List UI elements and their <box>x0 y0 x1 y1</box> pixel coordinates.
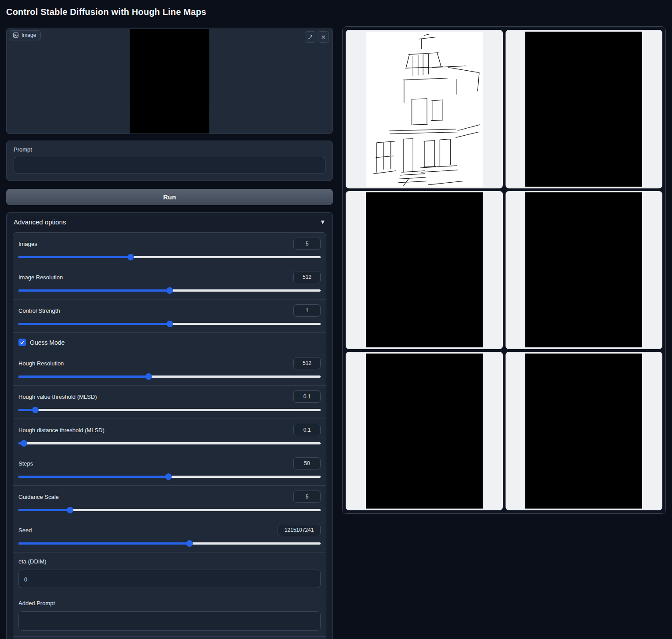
gallery-item-hough-map[interactable] <box>346 30 503 188</box>
slider-seed-label: Seed <box>18 527 32 534</box>
gallery-item-brick-house[interactable] <box>506 352 663 510</box>
image-tab[interactable]: Image <box>9 30 41 40</box>
slider-hough-distance-threshold-track[interactable] <box>18 442 321 444</box>
white-house-image <box>366 192 483 347</box>
gallery-item-teal-house[interactable] <box>506 30 663 188</box>
gallery-item-gold-house[interactable] <box>346 352 503 510</box>
page-title: Control Stable Diffusion with Hough Line… <box>6 7 206 17</box>
check-icon <box>20 340 25 345</box>
slider-images-label: Images <box>18 241 37 247</box>
slider-handle[interactable] <box>67 507 73 513</box>
advanced-options-title: Advanced options <box>14 218 66 226</box>
advanced-options-form: Images Image Resolution Control Strength <box>13 232 326 639</box>
gallery-item-white-house[interactable] <box>346 191 503 350</box>
slider-seed: Seed <box>13 519 326 552</box>
slider-control-strength-label: Control Strength <box>18 307 60 314</box>
yellow-house-image <box>525 192 642 347</box>
close-icon <box>321 35 326 40</box>
slider-control-strength-value[interactable] <box>293 304 321 317</box>
slider-steps-value[interactable] <box>293 457 321 469</box>
slider-guidance-scale-track[interactable] <box>18 509 321 511</box>
slider-images: Images <box>13 233 326 266</box>
image-tab-label: Image <box>22 32 36 38</box>
added-prompt-label: Added Prompt <box>18 600 55 607</box>
slider-guidance-scale-value[interactable] <box>293 491 321 503</box>
slider-control-strength: Control Strength <box>13 299 326 332</box>
prompt-panel: Prompt <box>6 141 333 181</box>
eta-input[interactable] <box>18 570 321 588</box>
slider-image-resolution-value[interactable] <box>293 271 321 283</box>
slider-hough-resolution-label: Hough Resolution <box>18 360 64 367</box>
input-image-panel[interactable]: Image <box>6 28 333 134</box>
slider-hough-value-threshold-track[interactable] <box>18 409 321 411</box>
prompt-label: Prompt <box>14 146 325 153</box>
negative-prompt-row: Negative Prompt <box>13 636 326 639</box>
slider-seed-track[interactable] <box>18 542 321 545</box>
added-prompt-row: Added Prompt <box>13 594 326 636</box>
brick-house-image <box>525 354 642 509</box>
slider-hough-value-threshold-label: Hough value threshold (MLSD) <box>18 394 97 400</box>
gold-house-image <box>366 354 483 509</box>
slider-hough-value-threshold-value[interactable] <box>293 390 321 403</box>
edit-image-button[interactable] <box>305 31 316 43</box>
slider-seed-value[interactable] <box>278 524 321 536</box>
slider-image-resolution-track[interactable] <box>18 289 321 292</box>
slider-steps-label: Steps <box>18 460 33 467</box>
slider-handle[interactable] <box>21 440 27 447</box>
chevron-down-icon: ▼ <box>320 219 325 225</box>
slider-handle[interactable] <box>165 473 172 480</box>
prompt-input[interactable] <box>14 157 325 173</box>
guess-mode-row: Guess Mode <box>13 332 326 352</box>
slider-hough-distance-threshold-label: Hough distance threshold (MLSD) <box>18 427 105 433</box>
guess-mode-label: Guess Mode <box>30 339 65 346</box>
slider-handle[interactable] <box>127 254 134 260</box>
slider-hough-resolution-track[interactable] <box>18 375 321 378</box>
advanced-options-panel: Advanced options ▼ Images Image Resoluti… <box>6 212 333 639</box>
slider-guidance-scale-label: Guidance Scale <box>18 494 59 500</box>
slider-handle[interactable] <box>145 373 152 380</box>
slider-hough-resolution: Hough Resolution <box>13 352 326 385</box>
slider-steps: Steps <box>13 452 326 485</box>
slider-image-resolution: Image Resolution <box>13 266 326 299</box>
hough-line-map-image <box>366 32 483 187</box>
eta-label: eta (DDIM) <box>18 558 47 565</box>
teal-house-image <box>525 32 642 187</box>
slider-image-resolution-label: Image Resolution <box>18 274 63 281</box>
advanced-options-header[interactable]: Advanced options ▼ <box>7 213 332 231</box>
gallery-item-yellow-house[interactable] <box>506 191 663 350</box>
slider-handle[interactable] <box>32 407 39 413</box>
input-column: Image Prompt Run Advanced options ▼ <box>6 28 333 639</box>
slider-hough-resolution-value[interactable] <box>293 357 321 369</box>
slider-images-track[interactable] <box>18 256 321 258</box>
slider-guidance-scale: Guidance Scale <box>13 485 326 519</box>
slider-images-value[interactable] <box>293 238 321 250</box>
output-gallery <box>342 26 666 514</box>
slider-hough-value-threshold: Hough value threshold (MLSD) <box>13 385 326 419</box>
slider-steps-track[interactable] <box>18 476 321 478</box>
pencil-icon <box>308 34 313 40</box>
slider-handle[interactable] <box>186 540 193 547</box>
run-button[interactable]: Run <box>6 189 333 205</box>
slider-handle[interactable] <box>166 287 173 294</box>
guess-mode-checkbox[interactable] <box>18 339 26 346</box>
slider-control-strength-track[interactable] <box>18 323 321 325</box>
slider-hough-distance-threshold: Hough distance threshold (MLSD) <box>13 419 326 452</box>
slider-hough-distance-threshold-value[interactable] <box>293 424 321 436</box>
slider-handle[interactable] <box>166 321 173 327</box>
clear-image-button[interactable] <box>318 31 329 43</box>
eta-row: eta (DDIM) <box>13 552 326 594</box>
added-prompt-input[interactable] <box>18 611 321 631</box>
image-icon <box>13 32 19 38</box>
input-image-preview[interactable] <box>130 29 210 134</box>
